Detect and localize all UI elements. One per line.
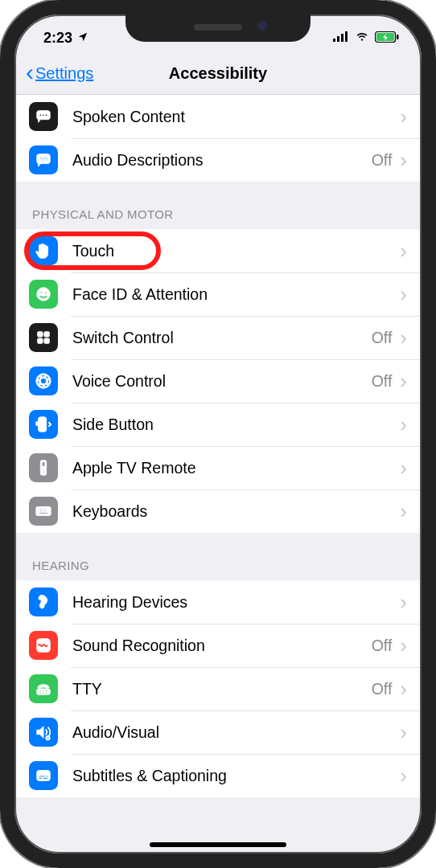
- av-icon: [29, 718, 58, 747]
- grid-icon: [29, 323, 58, 352]
- row-label: Hearing Devices: [72, 593, 400, 612]
- row-label: TTY: [72, 680, 372, 698]
- row-value: Off: [372, 637, 393, 655]
- row-label: Switch Control: [72, 329, 372, 347]
- row-audio-visual[interactable]: Audio/Visual ›: [14, 710, 422, 754]
- section-header: HEARING: [14, 533, 422, 580]
- settings-list[interactable]: Spoken Content › Audio Descriptions Off …: [14, 95, 422, 854]
- ear-icon: [29, 588, 58, 616]
- back-button[interactable]: ‹ Settings: [26, 53, 93, 94]
- status-time: 2:23: [43, 30, 72, 47]
- location-icon: [77, 30, 88, 47]
- remote-icon: [29, 453, 58, 482]
- row-value: Off: [372, 151, 393, 170]
- section-header: PHYSICAL AND MOTOR: [14, 182, 422, 229]
- back-label: Settings: [35, 64, 93, 83]
- row-tty[interactable]: TTY Off ›: [14, 667, 422, 710]
- page-title: Accessibility: [169, 64, 267, 83]
- cc-icon: [29, 761, 58, 790]
- row-label: Subtitles & Captioning: [72, 767, 400, 785]
- row-label: Audio Descriptions: [72, 151, 372, 170]
- svg-rect-3: [345, 31, 348, 42]
- cellular-icon: [333, 30, 349, 47]
- row-value: Off: [372, 329, 393, 347]
- row-hearing-devices[interactable]: Hearing Devices ›: [14, 580, 422, 624]
- row-label: Voice Control: [72, 372, 372, 391]
- row-touch[interactable]: Touch ›: [14, 229, 422, 272]
- row-keyboards[interactable]: Keyboards ›: [14, 489, 422, 533]
- row-spoken-content[interactable]: Spoken Content ›: [14, 95, 422, 138]
- row-label: Audio/Visual: [72, 723, 400, 742]
- keyboard-icon: [29, 497, 58, 526]
- row-value: Off: [372, 680, 393, 698]
- row-value: Off: [372, 372, 393, 391]
- row-side-button[interactable]: Side Button ›: [14, 403, 422, 446]
- row-label: Apple TV Remote: [72, 459, 400, 477]
- navigation-bar: ‹ Settings Accessibility: [14, 53, 422, 95]
- wave-icon: [29, 631, 58, 660]
- row-label: Touch: [72, 242, 400, 260]
- tty-icon: [29, 674, 58, 703]
- row-sound-recog[interactable]: Sound Recognition Off ›: [14, 624, 422, 667]
- row-label: Face ID & Attention: [72, 285, 400, 304]
- svg-rect-2: [341, 34, 343, 42]
- device-notch: [125, 13, 311, 42]
- wifi-icon: [354, 30, 370, 47]
- side-icon: [29, 410, 58, 439]
- voice-icon: [29, 366, 58, 395]
- speech-icon: [29, 102, 58, 131]
- hand-icon: [29, 236, 58, 265]
- row-faceid[interactable]: Face ID & Attention ›: [14, 272, 422, 316]
- row-label: Sound Recognition: [72, 637, 372, 655]
- face-icon: [29, 280, 58, 309]
- row-subtitles[interactable]: Subtitles & Captioning ›: [14, 754, 422, 797]
- row-audio-descriptions[interactable]: Audio Descriptions Off ›: [14, 138, 422, 182]
- svg-rect-0: [333, 39, 335, 42]
- row-label: Keyboards: [72, 502, 400, 521]
- row-voice-control[interactable]: Voice Control Off ›: [14, 359, 422, 403]
- row-label: Spoken Content: [72, 108, 400, 126]
- row-label: Side Button: [72, 416, 400, 434]
- svg-rect-1: [337, 36, 339, 42]
- row-appletv[interactable]: Apple TV Remote ›: [14, 446, 422, 489]
- home-indicator[interactable]: [150, 842, 286, 847]
- svg-rect-5: [397, 35, 399, 39]
- quote-icon: [29, 145, 58, 174]
- battery-icon: [375, 30, 399, 47]
- row-switch-control[interactable]: Switch Control Off ›: [14, 316, 422, 359]
